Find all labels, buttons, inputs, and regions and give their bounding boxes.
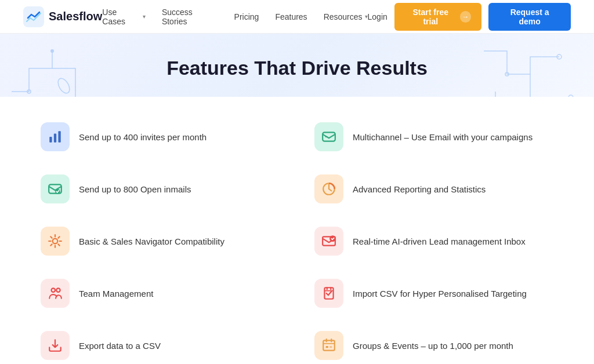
logo-text: Salesflow	[49, 10, 102, 23]
svg-rect-11	[323, 132, 335, 141]
list-item: Real-time AI-driven Lead management Inbo…	[309, 219, 559, 264]
feature-icon	[314, 227, 343, 256]
nav-pricing[interactable]: Pricing	[234, 12, 259, 21]
svg-rect-8	[49, 137, 52, 143]
hero-banner: Features That Drive Results	[0, 34, 594, 97]
login-button[interactable]: Login	[368, 12, 387, 21]
svg-rect-12	[325, 136, 328, 137]
feature-icon	[314, 279, 343, 308]
chevron-down-icon: ▾	[143, 13, 146, 20]
nav-resources[interactable]: Resources ▾	[324, 12, 368, 21]
nav-features[interactable]: Features	[275, 12, 307, 21]
feature-icon	[41, 227, 70, 256]
feature-icon	[41, 122, 70, 151]
feature-label: Team Management	[79, 287, 153, 300]
list-item: Send up to 400 invites per month	[35, 114, 285, 159]
nav-success-stories[interactable]: Success Stories	[162, 8, 218, 26]
svg-rect-24	[329, 346, 332, 348]
feature-label: Real-time AI-driven Lead management Inbo…	[353, 235, 526, 247]
circuit-decoration-left	[6, 45, 99, 97]
list-item: Multichannel – Use Email with your campa…	[309, 114, 559, 159]
feature-icon	[314, 122, 343, 151]
features-section: Send up to 400 invites per month Multich…	[0, 97, 594, 364]
svg-point-1	[50, 49, 54, 53]
logo-icon	[23, 6, 44, 27]
list-item: Send up to 800 Open inmails	[35, 166, 285, 212]
nav-actions: Login Start free trial → Request a demo	[368, 3, 571, 31]
nav-use-cases[interactable]: Use Cases ▾	[102, 8, 146, 26]
arrow-icon: →	[460, 11, 472, 23]
svg-rect-23	[326, 346, 328, 348]
feature-icon	[314, 174, 343, 203]
svg-rect-9	[54, 134, 56, 143]
nav-links: Use Cases ▾ Success Stories Pricing Feat…	[102, 8, 367, 26]
list-item: Import CSV for Hyper Personalised Target…	[309, 271, 559, 316]
feature-icon	[41, 279, 70, 308]
svg-rect-10	[58, 131, 60, 143]
feature-icon	[41, 174, 70, 203]
svg-point-19	[52, 288, 56, 292]
svg-point-16	[53, 239, 58, 244]
svg-point-20	[56, 288, 60, 292]
navbar: Salesflow Use Cases ▾ Success Stories Pr…	[0, 0, 594, 34]
features-grid: Send up to 400 invites per month Multich…	[35, 114, 559, 364]
feature-label: Groups & Events – up to 1,000 per month	[353, 340, 513, 352]
feature-icon	[314, 331, 343, 360]
start-trial-button[interactable]: Start free trial →	[394, 3, 481, 31]
feature-label: Multichannel – Use Email with your campa…	[353, 131, 533, 143]
request-demo-button[interactable]: Request a demo	[488, 3, 571, 31]
list-item: Basic & Sales Navigator Compatibility	[35, 219, 285, 264]
feature-label: Send up to 800 Open inmails	[79, 183, 191, 195]
feature-label: Send up to 400 invites per month	[79, 131, 207, 143]
svg-rect-22	[323, 340, 335, 350]
feature-label: Import CSV for Hyper Personalised Target…	[353, 287, 527, 300]
feature-label: Export data to a CSV	[79, 340, 161, 352]
svg-point-7	[568, 95, 573, 97]
circuit-decoration-right	[478, 39, 582, 97]
svg-point-4	[56, 77, 72, 95]
list-item: Team Management	[35, 271, 285, 316]
feature-icon	[41, 331, 70, 360]
logo[interactable]: Salesflow	[23, 6, 102, 27]
feature-label: Basic & Sales Navigator Compatibility	[79, 235, 224, 247]
list-item: Groups & Events – up to 1,000 per month	[309, 323, 559, 364]
feature-label: Advanced Reporting and Statistics	[353, 183, 486, 195]
list-item: Export data to a CSV	[35, 323, 285, 364]
list-item: Advanced Reporting and Statistics	[309, 166, 559, 212]
